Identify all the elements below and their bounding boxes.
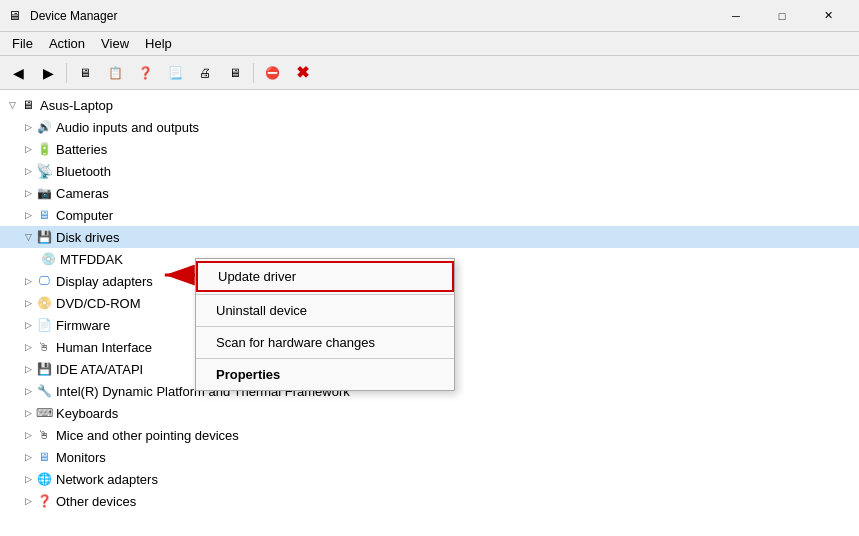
ctx-uninstall-device[interactable]: Uninstall device xyxy=(196,297,454,324)
keyboards-label: Keyboards xyxy=(56,406,118,421)
computer-icon: 🖥 xyxy=(36,207,52,223)
toolbar-help[interactable]: ❓ xyxy=(131,60,159,86)
diskdrives-expand-icon: ▽ xyxy=(20,229,36,245)
menu-file[interactable]: File xyxy=(4,34,41,53)
ide-expand-icon: ▷ xyxy=(20,361,36,377)
network-label: Network adapters xyxy=(56,472,158,487)
display-expand-icon: ▷ xyxy=(20,273,36,289)
monitor-icon: 🖥 xyxy=(36,449,52,465)
bluetooth-expand-icon: ▷ xyxy=(20,163,36,179)
toolbar-remove[interactable]: ✖ xyxy=(288,60,316,86)
tree-item-keyboards[interactable]: ▷ ⌨ Keyboards xyxy=(0,402,859,424)
battery-icon: 🔋 xyxy=(36,141,52,157)
keyboards-expand-icon: ▷ xyxy=(20,405,36,421)
mice-icon: 🖱 xyxy=(36,427,52,443)
minimize-button[interactable]: ─ xyxy=(713,0,759,32)
device-tree: ▽ 🖥 Asus-Laptop ▷ 🔊 Audio inputs and out… xyxy=(0,90,859,536)
disk-icon: 💾 xyxy=(36,229,52,245)
menu-help[interactable]: Help xyxy=(137,34,180,53)
mtfddak-label: MTFDDAK xyxy=(60,252,123,267)
network-expand-icon: ▷ xyxy=(20,471,36,487)
toolbar-forward[interactable]: ▶ xyxy=(34,60,62,86)
tree-root[interactable]: ▽ 🖥 Asus-Laptop xyxy=(0,94,859,116)
main-content: ▽ 🖥 Asus-Laptop ▷ 🔊 Audio inputs and out… xyxy=(0,90,859,536)
firmware-icon: 📄 xyxy=(36,317,52,333)
tree-item-bluetooth[interactable]: ▷ 📡 Bluetooth xyxy=(0,160,859,182)
batteries-expand-icon: ▷ xyxy=(20,141,36,157)
mice-label: Mice and other pointing devices xyxy=(56,428,239,443)
toolbar-scan[interactable]: 🖥 xyxy=(221,60,249,86)
close-button[interactable]: ✕ xyxy=(805,0,851,32)
tree-item-network[interactable]: ▷ 🌐 Network adapters xyxy=(0,468,859,490)
title-bar: 🖥 Device Manager ─ □ ✕ xyxy=(0,0,859,32)
dvd-label: DVD/CD-ROM xyxy=(56,296,141,311)
toolbar-back[interactable]: ◀ xyxy=(4,60,32,86)
tree-item-diskdrives[interactable]: ▽ 💾 Disk drives xyxy=(0,226,859,248)
computer-label: Computer xyxy=(56,208,113,223)
cameras-expand-icon: ▷ xyxy=(20,185,36,201)
tree-item-monitors[interactable]: ▷ 🖥 Monitors xyxy=(0,446,859,468)
ctx-properties[interactable]: Properties xyxy=(196,361,454,388)
toolbar-sep-2 xyxy=(253,63,254,83)
intel-icon: 🔧 xyxy=(36,383,52,399)
toolbar-print[interactable]: 🖨 xyxy=(191,60,219,86)
ctx-separator-2 xyxy=(196,326,454,327)
bluetooth-label: Bluetooth xyxy=(56,164,111,179)
toolbar-disable[interactable]: ⛔ xyxy=(258,60,286,86)
root-icon: 🖥 xyxy=(20,97,36,113)
tree-item-cameras[interactable]: ▷ 📷 Cameras xyxy=(0,182,859,204)
tree-item-mice[interactable]: ▷ 🖱 Mice and other pointing devices xyxy=(0,424,859,446)
menu-action[interactable]: Action xyxy=(41,34,93,53)
toolbar: ◀ ▶ 🖥 📋 ❓ 📃 🖨 🖥 ⛔ ✖ xyxy=(0,56,859,90)
bluetooth-icon: 📡 xyxy=(36,163,52,179)
human-label: Human Interface xyxy=(56,340,152,355)
toolbar-properties[interactable]: 🖥 xyxy=(71,60,99,86)
camera-icon: 📷 xyxy=(36,185,52,201)
ide-icon: 💾 xyxy=(36,361,52,377)
toolbar-update-driver[interactable]: 📋 xyxy=(101,60,129,86)
dvd-expand-icon: ▷ xyxy=(20,295,36,311)
tree-item-computer[interactable]: ▷ 🖥 Computer xyxy=(0,204,859,226)
dvd-icon: 📀 xyxy=(36,295,52,311)
firmware-label: Firmware xyxy=(56,318,110,333)
tree-item-audio[interactable]: ▷ 🔊 Audio inputs and outputs xyxy=(0,116,859,138)
ide-label: IDE ATA/ATAPI xyxy=(56,362,143,377)
human-icon: 🖱 xyxy=(36,339,52,355)
toolbar-sep-1 xyxy=(66,63,67,83)
menu-bar: File Action View Help xyxy=(0,32,859,56)
diskdrives-label: Disk drives xyxy=(56,230,120,245)
computer-expand-icon: ▷ xyxy=(20,207,36,223)
maximize-button[interactable]: □ xyxy=(759,0,805,32)
tree-item-other[interactable]: ▷ ❓ Other devices xyxy=(0,490,859,512)
title-bar-text: Device Manager xyxy=(30,9,713,23)
monitors-label: Monitors xyxy=(56,450,106,465)
display-icon: 🖵 xyxy=(36,273,52,289)
batteries-label: Batteries xyxy=(56,142,107,157)
other-expand-icon: ▷ xyxy=(20,493,36,509)
ctx-separator-3 xyxy=(196,358,454,359)
context-menu: Update driver Uninstall device Scan for … xyxy=(195,258,455,391)
ctx-update-driver[interactable]: Update driver xyxy=(196,261,454,292)
firmware-expand-icon: ▷ xyxy=(20,317,36,333)
root-expand-icon: ▽ xyxy=(4,97,20,113)
other-label: Other devices xyxy=(56,494,136,509)
audio-icon: 🔊 xyxy=(36,119,52,135)
audio-expand-icon: ▷ xyxy=(20,119,36,135)
intel-expand-icon: ▷ xyxy=(20,383,36,399)
mtfddak-icon: 💿 xyxy=(40,251,56,267)
mice-expand-icon: ▷ xyxy=(20,427,36,443)
app-icon: 🖥 xyxy=(8,8,24,24)
other-icon: ❓ xyxy=(36,493,52,509)
root-label: Asus-Laptop xyxy=(40,98,113,113)
toolbar-uninstall[interactable]: 📃 xyxy=(161,60,189,86)
title-bar-controls: ─ □ ✕ xyxy=(713,0,851,32)
monitors-expand-icon: ▷ xyxy=(20,449,36,465)
tree-item-batteries[interactable]: ▷ 🔋 Batteries xyxy=(0,138,859,160)
keyboard-icon: ⌨ xyxy=(36,405,52,421)
ctx-scan-changes[interactable]: Scan for hardware changes xyxy=(196,329,454,356)
display-label: Display adapters xyxy=(56,274,153,289)
audio-label: Audio inputs and outputs xyxy=(56,120,199,135)
ctx-separator-1 xyxy=(196,294,454,295)
network-icon: 🌐 xyxy=(36,471,52,487)
menu-view[interactable]: View xyxy=(93,34,137,53)
